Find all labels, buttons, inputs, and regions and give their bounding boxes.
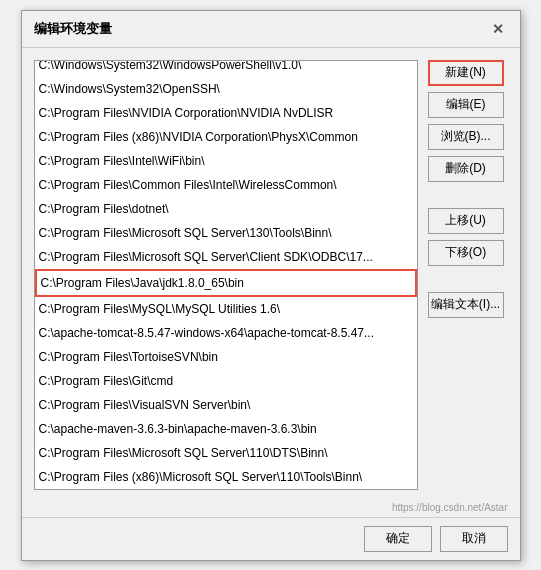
list-item[interactable]: C:\Program Files\TortoiseSVN\bin: [35, 345, 417, 369]
list-item[interactable]: C:\Program Files\MySQL\MySQL Utilities 1…: [35, 297, 417, 321]
move-up-button[interactable]: 上移(U): [428, 208, 504, 234]
list-item[interactable]: C:\Program Files\NVIDIA Corporation\NVID…: [35, 101, 417, 125]
browse-button[interactable]: 浏览(B)...: [428, 124, 504, 150]
ok-button[interactable]: 确定: [364, 526, 432, 552]
list-item[interactable]: C:\Program Files\Microsoft SQL Server\13…: [35, 221, 417, 245]
bottom-bar: 确定 取消: [22, 517, 520, 560]
edit-text-button[interactable]: 编辑文本(I)...: [428, 292, 504, 318]
list-item[interactable]: C:\Program Files\Microsoft SQL Server\Cl…: [35, 245, 417, 269]
close-button[interactable]: ✕: [488, 19, 508, 39]
title-bar: 编辑环境变量 ✕: [22, 11, 520, 48]
list-item[interactable]: C:\Program Files\Intel\WiFi\bin\: [35, 149, 417, 173]
env-list[interactable]: C:\Windows\system32C:\WindowsC:\Windows\…: [34, 60, 418, 490]
list-item[interactable]: C:\apache-tomcat-8.5.47-windows-x64\apac…: [35, 321, 417, 345]
cancel-button[interactable]: 取消: [440, 526, 508, 552]
list-item[interactable]: C:\Windows\System32\WindowsPowerShell\v1…: [35, 60, 417, 77]
list-item[interactable]: C:\Program Files (x86)\Microsoft SQL Ser…: [35, 465, 417, 489]
delete-button[interactable]: 删除(D): [428, 156, 504, 182]
list-item[interactable]: C:\Program Files\Microsoft SQL Server\11…: [35, 441, 417, 465]
list-item[interactable]: C:\Program Files\VisualSVN Server\bin\: [35, 393, 417, 417]
list-item[interactable]: C:\Windows\System32\OpenSSH\: [35, 77, 417, 101]
list-item[interactable]: C:\Program Files\dotnet\: [35, 197, 417, 221]
list-item[interactable]: C:\Program Files\Java\jdk1.8.0_65\bin: [35, 269, 417, 297]
edit-env-dialog: 编辑环境变量 ✕ C:\Windows\system32C:\WindowsC:…: [21, 10, 521, 561]
list-item[interactable]: C:\apache-maven-3.6.3-bin\apache-maven-3…: [35, 417, 417, 441]
list-item[interactable]: C:\Program Files\Git\cmd: [35, 369, 417, 393]
list-item[interactable]: C:\Program Files\Common Files\Intel\Wire…: [35, 173, 417, 197]
content-area: C:\Windows\system32C:\WindowsC:\Windows\…: [22, 48, 520, 502]
watermark: https://blog.csdn.net/Astar: [22, 502, 520, 517]
move-down-button[interactable]: 下移(O): [428, 240, 504, 266]
buttons-panel: 新建(N) 编辑(E) 浏览(B)... 删除(D) 上移(U) 下移(O) 编…: [428, 60, 508, 490]
new-button[interactable]: 新建(N): [428, 60, 504, 86]
dialog-title: 编辑环境变量: [34, 20, 112, 38]
edit-button[interactable]: 编辑(E): [428, 92, 504, 118]
list-item[interactable]: C:\Program Files (x86)\NVIDIA Corporatio…: [35, 125, 417, 149]
